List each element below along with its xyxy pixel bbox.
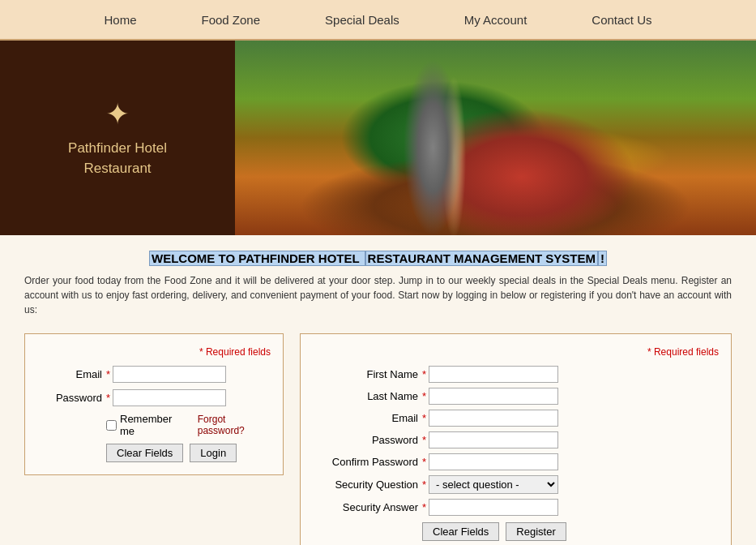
login-buttons: Clear Fields Login bbox=[37, 444, 271, 462]
reg-email-required-star: * bbox=[422, 412, 426, 424]
nav-home[interactable]: Home bbox=[71, 13, 169, 27]
login-clear-button[interactable]: Clear Fields bbox=[106, 444, 183, 462]
nav-special-deals[interactable]: Special Deals bbox=[293, 13, 432, 27]
register-password-label: Password bbox=[313, 434, 418, 446]
login-form: * Required fields Email * Password * Rem… bbox=[24, 333, 284, 475]
lastname-required-star: * bbox=[422, 390, 426, 402]
remember-me-label: Remember me bbox=[120, 413, 186, 437]
register-password-input[interactable] bbox=[429, 431, 558, 448]
register-security-answer-input[interactable] bbox=[429, 499, 558, 516]
register-confirm-password-input[interactable] bbox=[429, 453, 558, 470]
register-email-row: Email * bbox=[313, 410, 719, 427]
register-confirm-password-label: Confirm Password bbox=[313, 456, 418, 468]
nav-food-zone[interactable]: Food Zone bbox=[169, 13, 293, 27]
hotel-name: Pathfinder Hotel Restaurant bbox=[68, 138, 167, 179]
register-clear-button[interactable]: Clear Fields bbox=[422, 522, 499, 541]
login-password-label: Password bbox=[37, 392, 102, 404]
login-button[interactable]: Login bbox=[190, 444, 237, 462]
register-password-row: Password * bbox=[313, 431, 719, 448]
register-email-label: Email bbox=[313, 412, 418, 424]
main-content: WELCOME TO PATHFINDER HOTEL RESTAURANT M… bbox=[0, 235, 756, 545]
hero-branding: ✦ Pathfinder Hotel Restaurant bbox=[0, 41, 235, 235]
hotel-logo-icon: ✦ bbox=[105, 97, 130, 131]
welcome-title: WELCOME TO PATHFINDER HOTEL RESTAURANT M… bbox=[24, 251, 732, 265]
welcome-body: Order your food today from the Food Zone… bbox=[24, 273, 732, 317]
register-security-question-select[interactable]: - select question - What is your mother'… bbox=[429, 475, 558, 494]
login-email-label: Email bbox=[37, 368, 102, 380]
remember-row: Remember me Forgot password? bbox=[37, 413, 271, 437]
register-buttons: Clear Fields Register bbox=[313, 522, 719, 541]
register-confirm-password-row: Confirm Password * bbox=[313, 453, 719, 470]
welcome-highlight: RESTAURANT MANAGEMENT SYSTEM bbox=[365, 251, 598, 266]
security-question-required-star: * bbox=[422, 478, 426, 491]
register-lastname-row: Last Name * bbox=[313, 388, 719, 405]
forms-area: * Required fields Email * Password * Rem… bbox=[24, 333, 732, 545]
password-required-star: * bbox=[106, 392, 110, 404]
navigation: Home Food Zone Special Deals My Account … bbox=[0, 0, 756, 41]
register-firstname-row: First Name * bbox=[313, 366, 719, 383]
register-firstname-input[interactable] bbox=[429, 366, 558, 383]
reg-password-required-star: * bbox=[422, 434, 426, 446]
register-button[interactable]: Register bbox=[506, 522, 566, 541]
register-lastname-label: Last Name bbox=[313, 390, 418, 402]
register-lastname-input[interactable] bbox=[429, 388, 558, 405]
firstname-required-star: * bbox=[422, 368, 426, 380]
register-security-answer-row: Security Answer * bbox=[313, 499, 719, 516]
login-password-row: Password * bbox=[37, 389, 271, 406]
hero-banner: ✦ Pathfinder Hotel Restaurant bbox=[0, 41, 756, 235]
security-answer-required-star: * bbox=[422, 501, 426, 513]
register-security-answer-label: Security Answer bbox=[313, 501, 418, 513]
register-firstname-label: First Name bbox=[313, 368, 418, 380]
remember-me-checkbox[interactable] bbox=[106, 420, 117, 431]
register-email-input[interactable] bbox=[429, 410, 558, 427]
register-required-note: * Required fields bbox=[313, 346, 719, 358]
register-security-question-label: Security Question bbox=[313, 478, 418, 491]
register-form: * Required fields First Name * Last Name… bbox=[300, 333, 732, 545]
nav-contact-us[interactable]: Contact Us bbox=[559, 13, 684, 27]
confirm-password-required-star: * bbox=[422, 456, 426, 468]
register-security-question-row: Security Question * - select question - … bbox=[313, 475, 719, 494]
login-required-note: * Required fields bbox=[37, 346, 271, 358]
login-password-input[interactable] bbox=[113, 389, 226, 406]
nav-my-account[interactable]: My Account bbox=[432, 13, 560, 27]
login-email-row: Email * bbox=[37, 366, 271, 383]
email-required-star: * bbox=[106, 368, 110, 380]
login-email-input[interactable] bbox=[113, 366, 226, 383]
forgot-password-link[interactable]: Forgot password? bbox=[198, 414, 271, 436]
hero-food-image bbox=[235, 41, 756, 235]
